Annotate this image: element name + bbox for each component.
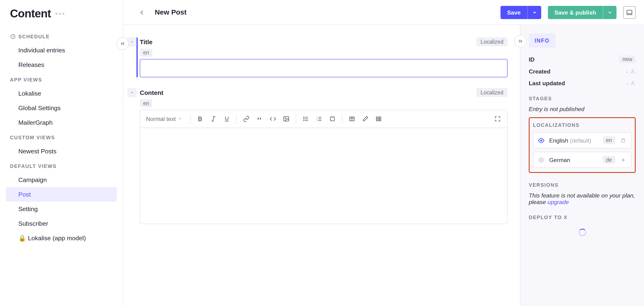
user-icon	[630, 80, 636, 86]
field-focus-indicator	[136, 37, 138, 77]
deploy-section-label: DEPLOY TO X	[529, 214, 636, 220]
delete-localization-button[interactable]	[620, 136, 627, 144]
user-icon	[630, 69, 636, 74]
svg-line-5	[212, 117, 214, 121]
code-button[interactable]	[266, 113, 279, 125]
expand-icon	[494, 116, 501, 122]
svg-point-30	[632, 81, 634, 83]
versions-note: This feature is not available on your pl…	[529, 192, 636, 206]
ordered-list-button[interactable]: 123	[312, 113, 325, 125]
caret-down-icon	[130, 91, 134, 94]
nav-mailergraph[interactable]: MailerGraph	[6, 115, 117, 130]
link-button[interactable]	[240, 113, 252, 125]
sidebar-title: Content	[10, 7, 51, 20]
nav-global-settings[interactable]: Global Settings	[6, 100, 117, 115]
chevron-double-left-icon	[120, 41, 126, 46]
content-field-menu[interactable]	[128, 88, 136, 97]
back-button[interactable]	[136, 6, 148, 18]
nav-post[interactable]: Post	[6, 187, 117, 202]
localization-german[interactable]: German de	[533, 152, 631, 168]
underline-button[interactable]	[220, 113, 233, 125]
bold-button[interactable]	[194, 113, 206, 125]
nav-subscriber[interactable]: Subscriber	[6, 216, 117, 231]
richtext-body[interactable]	[140, 128, 507, 224]
nav-newest-posts[interactable]: Newest Posts	[6, 144, 117, 158]
chevron-down-icon	[607, 10, 612, 15]
publish-button-group: Save & publish	[548, 6, 616, 19]
bullet-list-button[interactable]	[300, 113, 312, 125]
bullet-list-icon	[302, 116, 309, 122]
table-button[interactable]	[346, 113, 358, 125]
localization-code: en	[603, 136, 615, 144]
content-localized-badge: Localized	[476, 88, 508, 97]
info-tab[interactable]: INFO	[529, 33, 556, 48]
visibility-icon	[538, 136, 545, 144]
title-localized-badge: Localized	[476, 37, 508, 46]
svg-point-8	[285, 118, 286, 119]
section-schedule-label: SCHEDULE	[0, 29, 123, 43]
quote-icon	[256, 116, 263, 122]
save-button[interactable]: Save	[500, 6, 528, 19]
svg-point-31	[540, 139, 542, 141]
save-dropdown-button[interactable]	[528, 6, 541, 19]
nav-lokalise-app-model[interactable]: 🔒 Lokalise (app model)	[6, 231, 117, 246]
main: New Post Save Save & publish	[123, 0, 644, 306]
italic-button[interactable]	[207, 113, 220, 125]
nav-lokalise[interactable]: Lokalise	[6, 86, 117, 100]
class-icon	[329, 116, 336, 122]
caret-down-icon	[178, 117, 182, 120]
layout-toggle-button[interactable]	[623, 6, 636, 18]
nav-setting[interactable]: Setting	[6, 202, 117, 216]
grid-icon	[375, 116, 382, 122]
sidebar: Content ••• SCHEDULE Individual entries …	[0, 0, 123, 306]
localization-name: English (default)	[549, 137, 591, 143]
title-field-block: Title Localized en	[128, 37, 508, 77]
nav-campaign[interactable]: Campaign	[6, 173, 117, 187]
edit-button[interactable]	[359, 113, 371, 125]
richtext-editor: Normal text	[140, 110, 508, 224]
code-icon	[269, 116, 276, 122]
sidebar-collapse-button[interactable]	[116, 37, 129, 50]
format-select[interactable]: Normal text	[144, 114, 184, 124]
topbar: New Post Save Save & publish	[123, 0, 644, 25]
publish-dropdown-button[interactable]	[603, 6, 616, 19]
section-app-views-label: APP VIEWS	[0, 72, 123, 86]
svg-point-32	[540, 159, 542, 161]
chevron-down-icon	[532, 10, 537, 15]
info-created-label: Created	[529, 68, 550, 75]
eye-icon	[538, 156, 545, 164]
info-panel: INFO ID new Created - Last updated -	[520, 25, 644, 306]
nav-releases[interactable]: Releases	[6, 57, 117, 72]
localization-code: de	[603, 156, 615, 164]
svg-point-14	[304, 120, 304, 121]
visibility-icon	[538, 156, 545, 164]
localizations-box: LOCALIZATIONS English (default) en	[529, 117, 636, 173]
svg-rect-21	[330, 117, 334, 121]
svg-text:3: 3	[316, 120, 317, 122]
fullscreen-button[interactable]	[491, 113, 504, 125]
versions-section-label: VERSIONS	[529, 182, 636, 188]
ordered-list-icon: 123	[316, 116, 322, 122]
svg-point-29	[632, 69, 634, 71]
nav-individual-entries[interactable]: Individual entries	[6, 43, 117, 57]
image-button[interactable]	[280, 113, 292, 125]
plus-icon	[620, 157, 626, 163]
localization-english[interactable]: English (default) en	[533, 132, 631, 148]
image-icon	[283, 116, 289, 122]
class-button[interactable]	[326, 113, 338, 125]
localization-name: German	[549, 156, 570, 163]
title-lang-badge: en	[140, 49, 152, 57]
quote-button[interactable]	[253, 113, 266, 125]
info-panel-collapse-button[interactable]	[514, 35, 527, 47]
pencil-icon	[362, 116, 368, 122]
save-publish-button[interactable]: Save & publish	[548, 6, 603, 19]
trash-icon	[620, 137, 626, 143]
sidebar-menu-dots[interactable]: •••	[55, 10, 65, 18]
localizations-section-label: LOCALIZATIONS	[533, 122, 631, 128]
add-localization-button[interactable]	[620, 156, 627, 164]
title-input[interactable]	[140, 59, 508, 77]
upgrade-link[interactable]: upgrade	[548, 199, 569, 205]
svg-point-12	[304, 117, 304, 117]
grid-button[interactable]	[372, 113, 384, 125]
content-field-label: Content	[140, 89, 163, 96]
